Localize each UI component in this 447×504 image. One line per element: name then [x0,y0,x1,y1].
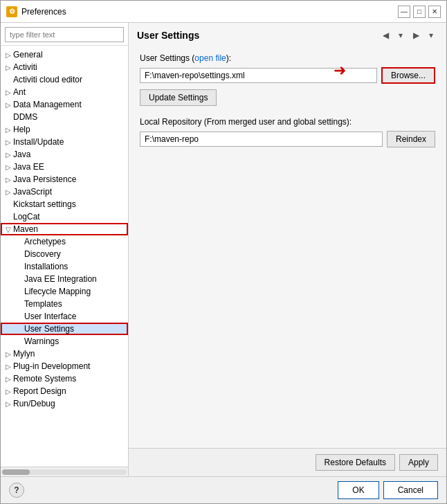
ok-button[interactable]: OK [338,481,378,499]
open-file-link[interactable]: open file [194,53,226,63]
tree-item-install-update[interactable]: ▷ Install/Update [1,136,128,148]
tree-scrollbar-h[interactable] [1,467,128,476]
tree-label-user-interface: User Interface [24,312,125,321]
tree-item-installations[interactable]: Installations [1,260,128,273]
tree-label-logcat: LogCat [13,212,125,222]
right-panel: User Settings ◀ ▾ ▶ ▾ User Settings (ope… [129,23,446,476]
maximize-button[interactable]: □ [413,6,426,18]
tree-label-java-ee: Java EE [13,162,125,172]
expand-icon-java-persistence: ▷ [3,176,13,183]
user-settings-suffix: ): [226,53,231,63]
tree-label-remote: Remote Systems [13,374,125,384]
apply-button[interactable]: Apply [399,454,438,471]
tree-label-archetypes: Archetypes [24,237,125,246]
tree-item-user-settings[interactable]: User Settings [1,323,128,335]
close-button[interactable]: ✕ [428,6,441,18]
tree-label-data-management: Data Management [13,100,125,109]
expand-icon-java-ee: ▷ [3,163,13,171]
tree-item-logcat[interactable]: LogCat [1,210,128,223]
expand-icon-remote: ▷ [3,375,13,383]
tree-item-user-interface[interactable]: User Interface [1,310,128,323]
tree-item-maven[interactable]: ▽ Maven [1,223,128,235]
tree-area: ▷ General ▷ Activiti Activiti cloud edit… [1,46,128,467]
tree-item-general[interactable]: ▷ General [1,48,128,61]
tree-item-java-ee-integration[interactable]: Java EE Integration [1,273,128,285]
filter-input[interactable] [5,27,124,42]
tree-item-ant[interactable]: ▷ Ant [1,86,128,98]
expand-icon-mylyn: ▷ [3,350,13,358]
tree-item-plugin-dev[interactable]: ▷ Plug-in Development [1,360,128,372]
right-panel-title: User Settings [137,30,199,41]
tree-label-ddms: DDMS [13,112,125,122]
tree-label-report: Report Design [13,386,125,396]
tree-label-java: Java [13,150,125,159]
tree-label-java-persistence: Java Persistence [13,174,125,184]
window-title: Preferences [21,7,398,17]
tree-label-plugin-dev: Plug-in Development [13,361,125,371]
tree-item-templates[interactable]: Templates [1,298,128,310]
tree-item-archetypes[interactable]: Archetypes [1,235,128,248]
nav-back-dropdown[interactable]: ▾ [394,28,408,42]
filter-bar [1,23,128,46]
tree-item-ddms[interactable]: DDMS [1,111,128,123]
tree-label-install-update: Install/Update [13,137,125,147]
tree-item-remote-systems[interactable]: ▷ Remote Systems [1,372,128,385]
right-content: User Settings (open file): ➜ Browse... U… [129,45,446,448]
tree-label-javascript: JavaScript [13,187,125,197]
tree-label-kickstart: Kickstart settings [13,199,125,209]
tree-item-java-ee[interactable]: ▷ Java EE [1,161,128,173]
settings-path-input[interactable] [140,68,377,83]
scrollbar-track [2,469,127,475]
right-header: User Settings ◀ ▾ ▶ ▾ [129,23,446,45]
tree-item-mylyn[interactable]: ▷ Mylyn [1,348,128,360]
expand-icon-maven: ▽ [3,226,13,233]
update-settings-button[interactable]: Update Settings [140,89,217,106]
tree-label-general: General [13,50,125,60]
minimize-button[interactable]: — [398,6,410,18]
expand-icon-run-debug: ▷ [3,400,13,408]
tree-item-data-management[interactable]: ▷ Data Management [1,98,128,111]
tree-label-maven: Maven [13,224,125,234]
user-settings-label-text: User Settings ( [140,53,194,63]
tree-label-run-debug: Run/Debug [13,399,125,408]
update-settings-row: Update Settings [140,89,435,106]
nav-back-button[interactable]: ◀ [378,28,392,42]
tree-label-warnings: Warnings [24,336,125,346]
nav-buttons: ◀ ▾ ▶ ▾ [378,28,438,42]
left-panel: ▷ General ▷ Activiti Activiti cloud edit… [1,23,129,476]
tree-item-discovery[interactable]: Discovery [1,248,128,260]
tree-label-mylyn: Mylyn [13,349,125,359]
tree-label-installations: Installations [24,262,125,271]
reindex-button[interactable]: Reindex [387,131,435,147]
tree-item-javascript[interactable]: ▷ JavaScript [1,186,128,198]
tree-item-kickstart-settings[interactable]: Kickstart settings [1,198,128,210]
tree-label-ant: Ant [13,87,125,97]
dialog-bottom-bar: ? OK Cancel [1,476,446,503]
restore-defaults-button[interactable]: Restore Defaults [316,454,395,471]
content-area: ▷ General ▷ Activiti Activiti cloud edit… [1,23,446,476]
tree-item-activiti[interactable]: ▷ Activiti [1,61,128,73]
tree-item-activiti-cloud[interactable]: Activiti cloud editor [1,73,128,86]
nav-forward-dropdown[interactable]: ▾ [424,28,438,42]
tree-item-run-debug[interactable]: ▷ Run/Debug [1,397,128,410]
cancel-button[interactable]: Cancel [383,481,438,499]
expand-icon-ant: ▷ [3,89,13,96]
tree-item-java-persistence[interactable]: ▷ Java Persistence [1,173,128,186]
help-button[interactable]: ? [9,483,24,498]
tree-label-java-ee-integration: Java EE Integration [24,274,125,284]
browse-button[interactable]: Browse... [381,67,435,84]
nav-forward-button[interactable]: ▶ [409,28,423,42]
scrollbar-thumb [2,469,30,475]
tree-item-lifecycle-mapping[interactable]: Lifecycle Mapping [1,285,128,298]
local-repo-input[interactable] [140,132,383,147]
tree-label-discovery: Discovery [24,249,125,259]
tree-item-warnings[interactable]: Warnings [1,335,128,348]
tree-item-help[interactable]: ▷ Help [1,123,128,136]
window-controls: — □ ✕ [398,6,441,18]
tree-item-report-design[interactable]: ▷ Report Design [1,385,128,397]
tree-item-java[interactable]: ▷ Java [1,148,128,161]
expand-icon-general: ▷ [3,51,13,59]
tree-label-user-settings: User Settings [24,324,125,334]
expand-icon-javascript: ▷ [3,188,13,196]
expand-icon-java: ▷ [3,151,13,159]
